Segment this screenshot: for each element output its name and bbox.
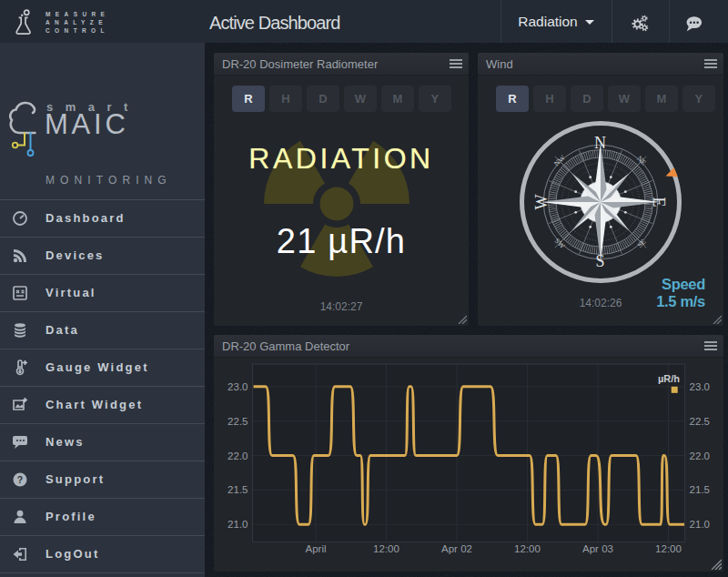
svg-text:21.0: 21.0 <box>690 519 710 530</box>
svg-text:µR/h: µR/h <box>658 373 680 384</box>
svg-text:NW: NW <box>552 153 567 167</box>
svg-text:S: S <box>595 252 604 270</box>
svg-text:April: April <box>305 543 326 554</box>
svg-text:Apr 02: Apr 02 <box>441 543 472 554</box>
svg-text:12:00: 12:00 <box>373 543 399 554</box>
svg-text:12:00: 12:00 <box>655 543 682 554</box>
svg-text:E: E <box>650 197 668 208</box>
svg-text:21.5: 21.5 <box>228 484 248 495</box>
svg-text:21.5: 21.5 <box>690 484 710 495</box>
svg-text:22.5: 22.5 <box>228 416 248 427</box>
svg-text:21.0: 21.0 <box>228 519 248 530</box>
svg-text:12:00: 12:00 <box>514 543 541 554</box>
svg-text:22.0: 22.0 <box>690 450 710 461</box>
svg-text:W: W <box>532 195 551 210</box>
svg-text:Apr 03: Apr 03 <box>582 543 613 554</box>
svg-text:23.0: 23.0 <box>228 381 248 392</box>
svg-text:22.0: 22.0 <box>228 450 248 461</box>
svg-text:N: N <box>594 134 606 152</box>
svg-text:22.5: 22.5 <box>690 416 710 427</box>
svg-text:?: ? <box>17 474 23 485</box>
svg-text:23.0: 23.0 <box>690 381 710 392</box>
